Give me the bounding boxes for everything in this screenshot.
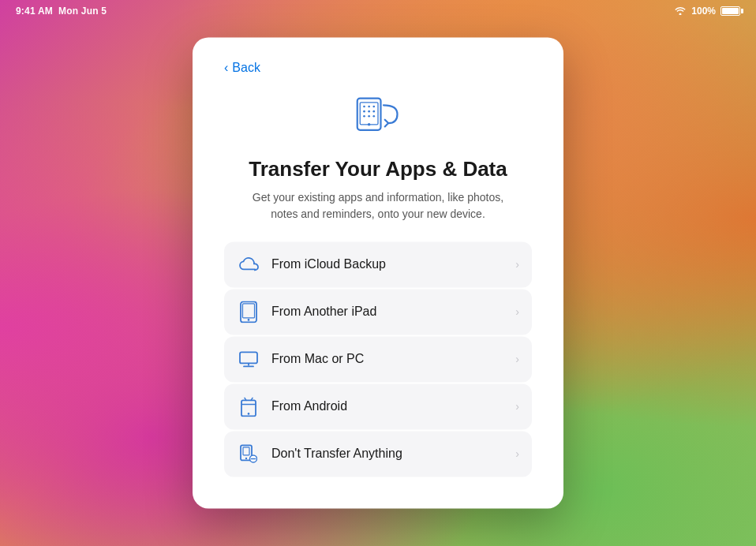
svg-point-7 xyxy=(372,110,375,113)
back-label: Back xyxy=(232,61,260,75)
header-icon-area xyxy=(224,88,532,143)
mac-pc-label: From Mac or PC xyxy=(271,353,515,367)
wifi-icon xyxy=(674,6,687,17)
svg-rect-13 xyxy=(243,304,255,318)
ipad-label: From Another iPad xyxy=(271,305,515,320)
transfer-modal: ‹ Back Transfer Your Apps & Data Get you… xyxy=(193,37,563,508)
option-android[interactable]: From Android › xyxy=(224,384,532,430)
svg-point-8 xyxy=(363,115,365,118)
status-bar: 9:41 AM Mon Jun 5 100% xyxy=(0,0,756,22)
ipad-icon xyxy=(237,301,260,324)
mac-icon xyxy=(237,348,260,372)
svg-point-25 xyxy=(245,458,247,459)
mac-pc-chevron-icon: › xyxy=(515,353,519,366)
svg-rect-15 xyxy=(240,353,257,364)
android-chevron-icon: › xyxy=(515,401,519,413)
android-label: From Android xyxy=(271,400,515,414)
options-list: From iCloud Backup › From Another iPad › xyxy=(224,242,532,477)
option-icloud[interactable]: From iCloud Backup › xyxy=(224,242,532,288)
svg-rect-24 xyxy=(243,447,249,455)
svg-point-3 xyxy=(368,106,370,108)
battery-percentage: 100% xyxy=(691,6,716,17)
transfer-icon xyxy=(350,88,406,143)
back-button[interactable]: ‹ Back xyxy=(224,61,260,75)
svg-point-4 xyxy=(372,106,375,108)
option-mac-pc[interactable]: From Mac or PC › xyxy=(224,337,532,383)
android-icon xyxy=(237,395,260,419)
no-transfer-chevron-icon: › xyxy=(515,448,519,461)
svg-point-11 xyxy=(368,123,371,126)
option-ipad[interactable]: From Another iPad › xyxy=(224,290,532,335)
svg-point-9 xyxy=(368,115,370,118)
no-transfer-icon xyxy=(237,443,260,466)
svg-point-14 xyxy=(248,319,250,321)
status-bar-right: 100% xyxy=(674,6,740,17)
ipad-chevron-icon: › xyxy=(515,306,519,319)
no-transfer-label: Don't Transfer Anything xyxy=(271,447,515,462)
icloud-chevron-icon: › xyxy=(515,259,519,271)
svg-point-20 xyxy=(248,413,250,415)
svg-point-6 xyxy=(368,110,370,113)
status-time-date: 9:41 AM Mon Jun 5 xyxy=(16,6,107,17)
back-chevron-icon: ‹ xyxy=(224,61,228,75)
svg-point-2 xyxy=(363,106,365,108)
svg-point-5 xyxy=(363,110,365,113)
svg-point-10 xyxy=(372,115,375,118)
battery-icon xyxy=(720,6,740,16)
icloud-icon xyxy=(237,253,260,277)
page-subtitle: Get your existing apps and information, … xyxy=(244,190,512,223)
option-no-transfer[interactable]: Don't Transfer Anything › xyxy=(224,432,532,477)
page-title: Transfer Your Apps & Data xyxy=(224,157,532,181)
icloud-label: From iCloud Backup xyxy=(271,258,515,272)
